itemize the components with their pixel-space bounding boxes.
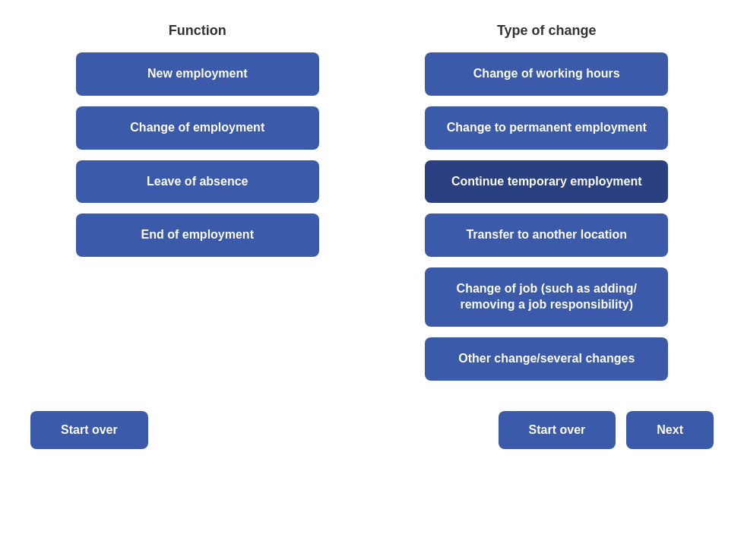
bottom-section: Start over Start over Next xyxy=(23,411,721,449)
change-job-button[interactable]: Change of job (such as adding/ removing … xyxy=(425,267,668,327)
function-btn-group: New employment Change of employment Leav… xyxy=(76,52,319,257)
function-column: Function New employment Change of employ… xyxy=(23,23,372,381)
type-of-change-btn-group: Change of working hours Change to perman… xyxy=(425,52,668,381)
change-employment-button[interactable]: Change of employment xyxy=(76,106,319,150)
bottom-right-start-over-button[interactable]: Start over xyxy=(499,411,616,449)
other-change-button[interactable]: Other change/several changes xyxy=(425,337,668,381)
end-employment-button[interactable]: End of employment xyxy=(76,214,319,257)
bottom-right: Start over Next xyxy=(499,411,714,449)
bottom-left: Start over xyxy=(30,411,148,449)
leave-absence-button[interactable]: Leave of absence xyxy=(76,160,319,204)
new-employment-button[interactable]: New employment xyxy=(76,52,319,96)
function-header: Function xyxy=(169,23,226,39)
page-container: Function New employment Change of employ… xyxy=(0,0,744,560)
change-permanent-button[interactable]: Change to permanent employment xyxy=(425,106,668,150)
transfer-location-button[interactable]: Transfer to another location xyxy=(425,214,668,257)
type-of-change-column: Type of change Change of working hours C… xyxy=(372,23,722,381)
type-of-change-header: Type of change xyxy=(497,23,597,39)
columns-wrapper: Function New employment Change of employ… xyxy=(23,23,721,381)
change-working-hours-button[interactable]: Change of working hours xyxy=(425,52,668,96)
bottom-left-start-over-button[interactable]: Start over xyxy=(30,411,148,449)
continue-temporary-button[interactable]: Continue temporary employment xyxy=(425,160,668,204)
next-button[interactable]: Next xyxy=(626,411,714,449)
